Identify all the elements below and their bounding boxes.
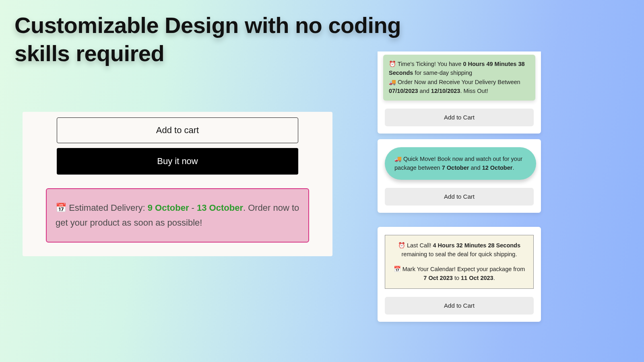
c2-date-end: 12 October xyxy=(482,165,513,171)
c1-line1a: Time's Ticking! You have xyxy=(398,61,463,67)
c2-line1e: . xyxy=(512,165,514,171)
c1-date-end: 12/10/2023 xyxy=(431,88,460,94)
c3-countdown: 4 Hours 32 Minutes 28 Seconds xyxy=(433,242,520,249)
truck-icon: 🚚 xyxy=(394,156,402,162)
c3-date-start: 7 Oct 2023 xyxy=(423,275,453,281)
banner-dash: - xyxy=(189,203,197,213)
clock-icon: ⏰ xyxy=(398,242,405,249)
truck-icon: 🚚 xyxy=(389,79,396,85)
message-box-green: ⏰ Time's Ticking! You have 0 Hours 49 Mi… xyxy=(383,55,535,101)
c1-line2c: and xyxy=(418,88,431,94)
big-preview-card: Add to cart Buy it now 📅 Estimated Deliv… xyxy=(23,112,332,256)
clock-icon: ⏰ xyxy=(389,61,396,67)
banner-prefix: Estimated Delivery: xyxy=(69,203,148,213)
add-to-cart-button-c3[interactable]: Add to Cart xyxy=(385,297,534,315)
message-box-teal: 🚚 Quick Move! Book now and watch out for… xyxy=(385,147,536,180)
calendar-icon: 📅 xyxy=(394,266,401,272)
preview-card-1: ⏰ Time's Ticking! You have 0 Hours 49 Mi… xyxy=(378,51,541,134)
message-box-cream: ⏰ Last Call! 4 Hours 32 Minutes 28 Secon… xyxy=(385,235,534,289)
c2-line1c: and xyxy=(469,165,482,171)
add-to-cart-button-c2[interactable]: Add to Cart xyxy=(385,188,534,206)
banner-date-end: 13 October xyxy=(197,203,243,213)
buy-now-button[interactable]: Buy it now xyxy=(57,148,298,175)
c3-line2c: to xyxy=(453,275,461,281)
preview-card-2: 🚚 Quick Move! Book now and watch out for… xyxy=(378,139,541,213)
c1-line2a: Order Now and Receive Your Delivery Betw… xyxy=(398,79,520,85)
c1-line2e: . Miss Out! xyxy=(460,88,488,94)
banner-date-start: 9 October xyxy=(148,203,189,213)
page-title: Customizable Design with no coding skill… xyxy=(14,11,417,68)
add-to-cart-button-c1[interactable]: Add to Cart xyxy=(385,109,534,126)
add-to-cart-button[interactable]: Add to cart xyxy=(57,117,298,143)
c3-line1c: remaining to seal the deal for quick shi… xyxy=(402,251,517,257)
delivery-banner-pink: 📅 Estimated Delivery: 9 October - 13 Oct… xyxy=(46,188,309,243)
c2-date-start: 7 October xyxy=(442,165,469,171)
c3-line2e: . xyxy=(493,275,495,281)
preview-card-3: ⏰ Last Call! 4 Hours 32 Minutes 28 Secon… xyxy=(378,227,541,322)
c1-date-start: 07/10/2023 xyxy=(389,88,418,94)
c3-line2a: Mark Your Calendar! Expect your package … xyxy=(402,266,525,272)
c1-line1c: for same-day shipping xyxy=(413,70,472,76)
c3-date-end: 11 Oct 2023 xyxy=(461,275,493,281)
c3-line1a: Last Call! xyxy=(407,242,433,249)
calendar-icon: 📅 xyxy=(56,203,66,213)
